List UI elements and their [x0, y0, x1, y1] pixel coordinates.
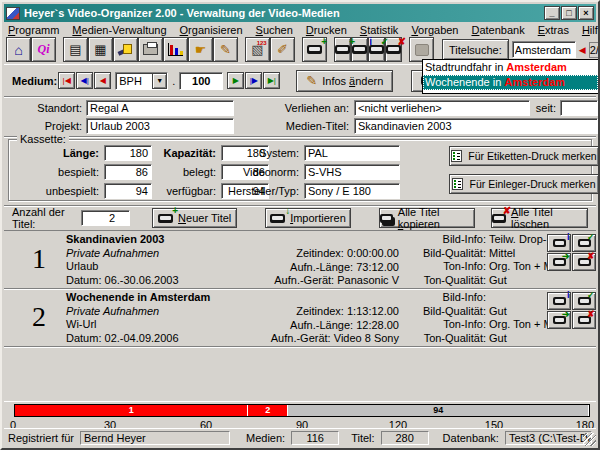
search-result-item-selected[interactable]: Wochenende in Amsterdam	[423, 75, 598, 90]
title-search-input[interactable]	[512, 41, 576, 58]
title-number: 1	[32, 243, 46, 275]
title-copy-button[interactable]: ➔	[547, 311, 571, 329]
medien-label: Medien:	[246, 432, 285, 444]
etiketten-druck-button[interactable]: Für Etiketten-Druck merken	[449, 146, 599, 166]
medium-label: Medium:	[12, 75, 57, 87]
medien-titel-field[interactable]: Skandinavien 2003	[354, 118, 598, 134]
title-subcategory: Urlaub	[66, 260, 179, 274]
importieren-button[interactable]: ↓ Importieren	[265, 208, 350, 228]
cassette-copy-icon	[380, 214, 393, 223]
titelsuche-button[interactable]: Titelsuche:	[442, 39, 509, 60]
minimize-button[interactable]: _	[544, 6, 560, 20]
system-label: System:	[214, 147, 299, 159]
title-aufn-laenge: Aufn.-Länge: 12:28.00	[229, 319, 399, 333]
search-icon[interactable]	[113, 37, 138, 62]
prev-medium-button[interactable]: ◀	[94, 72, 111, 89]
titel-count: 280	[381, 431, 429, 445]
seit-label: seit:	[532, 102, 556, 114]
title-aufn-geraet: Aufn.-Gerät: Video 8 Sony	[229, 332, 399, 346]
first-medium-button[interactable]: |◀	[58, 72, 75, 89]
statistics-icon[interactable]	[163, 37, 188, 62]
defaults-icon[interactable]: ☛	[188, 37, 213, 62]
maximize-button[interactable]: □	[561, 6, 577, 20]
exit-icon[interactable]: ⌂	[6, 37, 31, 62]
projekt-label: Projekt:	[12, 120, 82, 132]
anzahl-titel-label: Anzahl der Titel:	[12, 206, 76, 230]
projekt-field[interactable]: Urlaub 2003	[86, 118, 234, 134]
etiketten-editor-icon[interactable]: ▧123	[245, 37, 270, 62]
title-info-button[interactable]: i	[547, 234, 571, 252]
einleger-editor-icon[interactable]: ✐	[270, 37, 295, 62]
verliehen-label: Verliehen an:	[274, 102, 349, 114]
system-field[interactable]: PAL	[304, 145, 400, 161]
title-edit-button[interactable]: ✓	[572, 234, 596, 252]
media-overview-icon[interactable]: ▤	[63, 37, 88, 62]
verliehen-field[interactable]: <nicht verliehen>	[354, 100, 530, 116]
list-icon	[452, 178, 463, 190]
medium-number-field[interactable]: 100	[179, 72, 223, 90]
title-bar: Heyer`s Video-Organizer 2.00 - Verwaltun…	[4, 4, 596, 22]
title-ton-qualitaet: Ton-Qualität:Gut	[402, 274, 553, 288]
bespielt-label: bespielt:	[15, 166, 99, 178]
medium-code-combo[interactable]: BPH ▼	[115, 72, 168, 90]
title-list-icon[interactable]: ✎	[213, 37, 238, 62]
close-button[interactable]: ×	[578, 6, 594, 20]
pointing-hand-icon: ☛	[195, 42, 207, 57]
pencil-icon: ✎	[306, 73, 317, 88]
title-row[interactable]: 2 Wochenende in Amsterdam Private Aufnah…	[4, 289, 596, 347]
bar-chart-icon	[168, 43, 183, 56]
alle-titel-kopieren-button[interactable]: Alle Titel kopieren	[379, 208, 476, 228]
title-delete-button[interactable]: ✘	[572, 311, 596, 329]
neuer-titel-button[interactable]: + Neuer Titel	[152, 208, 237, 228]
title-copy-button[interactable]: ➔	[547, 253, 571, 271]
search-result-item[interactable]: Stadtrundfahr in Amsterdam	[423, 60, 598, 75]
organize-cards-icon[interactable]: ▦	[88, 37, 113, 62]
cassette-check-icon: ✓	[578, 239, 591, 247]
chevron-down-icon[interactable]: ▼	[152, 73, 167, 89]
videonorm-field[interactable]: S-VHS	[304, 164, 400, 180]
titel-label: Titel:	[351, 432, 374, 444]
registriert-label: Registriert für	[8, 432, 74, 444]
standort-field[interactable]: Regal A	[86, 100, 234, 116]
title-row[interactable]: 1 Skandinavien 2003 Private Aufnahmen Ur…	[4, 231, 596, 289]
add-medium-icon[interactable]: +	[302, 37, 327, 62]
seit-field[interactable]	[560, 100, 598, 116]
cassette-delete-icon: ✘	[386, 45, 401, 54]
next-marked-medium-button[interactable]: |▶	[245, 72, 262, 89]
einleger-druck-button[interactable]: Für Einleger-Druck merken	[449, 174, 599, 194]
title-delete-button[interactable]: ✘	[572, 253, 596, 271]
list-icon	[451, 150, 462, 162]
cassette-check-icon: ✓	[369, 45, 384, 54]
cards-icon: ▦	[94, 42, 106, 57]
gray-blob-icon	[415, 44, 429, 56]
prev-result-icon[interactable]: ◀	[579, 45, 586, 55]
cassette-add-icon: +	[335, 45, 350, 54]
title-bild-info: Bild-Info:Teilw. Drop-	[402, 233, 553, 247]
usage-segment: 2	[248, 405, 288, 416]
hersteller-field[interactable]: Sony / E 180	[304, 183, 400, 199]
kassette-legend: Kassette:	[17, 133, 69, 145]
title-list: 1 Skandinavien 2003 Private Aufnahmen Ur…	[4, 231, 596, 347]
infos-aendern-button[interactable]: ✎ Infos ändern	[296, 70, 393, 92]
add-title-icon[interactable]: +	[334, 37, 351, 62]
standort-label: Standort:	[12, 102, 82, 114]
usage-segment: 1	[15, 405, 248, 416]
resize-grip[interactable]	[583, 433, 596, 446]
cassette-delete-icon: ✘	[578, 316, 591, 324]
laenge-label: Länge:	[15, 147, 99, 159]
quickinfo-icon[interactable]: Qi	[31, 37, 56, 62]
medium-dot: .	[172, 75, 175, 87]
label-grid-icon: ▧123	[251, 42, 263, 57]
datenbank-label: Datenbank:	[443, 432, 499, 444]
title-edit-button[interactable]: ✓	[572, 292, 596, 310]
cassette-delete-icon: ✘	[578, 258, 591, 266]
next-medium-button[interactable]: ▶	[227, 72, 244, 89]
print-icon[interactable]	[138, 37, 163, 62]
last-medium-button[interactable]: ▶|	[263, 72, 280, 89]
flashlight-icon	[117, 41, 134, 58]
prev-marked-medium-button[interactable]: ◀|	[76, 72, 93, 89]
alle-titel-loeschen-button[interactable]: ✘ Alle Titel löschen	[491, 208, 588, 228]
medien-count: 116	[291, 431, 339, 445]
cassette-plus-icon: +	[307, 45, 322, 54]
title-info-button[interactable]: i	[547, 292, 571, 310]
